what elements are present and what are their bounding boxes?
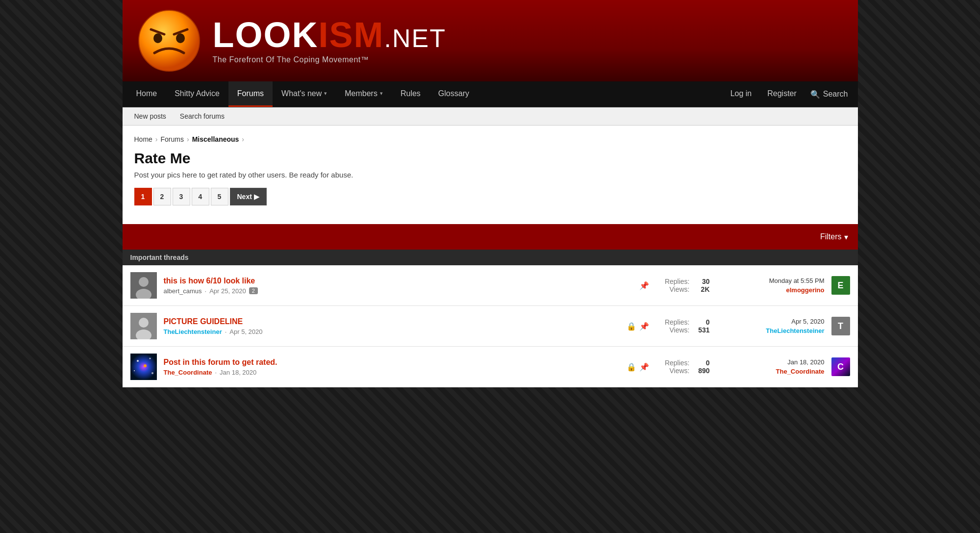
breadcrumb-current: Miscellaneous [192, 135, 239, 143]
main-navbar: Home Shitty Advice Forums What's new ▾ M… [123, 81, 858, 107]
site-title: LOOKISM.NET [213, 17, 446, 52]
thread-last-post: Apr 5, 2020 TheLiechtensteiner [717, 318, 825, 334]
forums-wrapper: Filters ▾ Important threads this is how … [123, 224, 858, 387]
last-poster-avatar: T [831, 317, 850, 335]
pin-icon: 📌 [639, 281, 649, 290]
next-arrow-icon: ▶ [254, 193, 259, 201]
replies-value: 0 [693, 359, 710, 367]
last-post-user[interactable]: The_Coordinate [776, 368, 825, 375]
navbar-right: Log in Register 🔍 Search [724, 81, 853, 107]
next-page-button[interactable]: Next ▶ [230, 188, 267, 205]
thread-author: albert_camus [164, 287, 202, 295]
thread-info: PICTURE GUIDELINE TheLiechtensteiner · A… [164, 317, 618, 335]
pagination: 1 2 3 4 5 Next ▶ [134, 188, 846, 205]
filters-button[interactable]: Filters ▾ [820, 232, 848, 242]
replies-label: Replies: [665, 359, 690, 367]
thread-meta: The_Coordinate · Jan 18, 2020 [164, 369, 618, 376]
svg-point-12 [137, 360, 139, 362]
last-post-date: Monday at 5:55 PM [769, 277, 825, 284]
search-forums-link[interactable]: Search forums [173, 107, 231, 125]
breadcrumb-forums[interactable]: Forums [161, 135, 184, 143]
thread-date: Apr 25, 2020 [209, 287, 246, 295]
last-post-user[interactable]: TheLiechtensteiner [766, 327, 824, 334]
page-1-button[interactable]: 1 [134, 188, 152, 205]
page-3-button[interactable]: 3 [173, 188, 190, 205]
thread-meta: albert_camus · Apr 25, 2020 2 [164, 287, 618, 295]
thread-icons: 🔒 📌 [625, 362, 649, 372]
page-5-button[interactable]: 5 [211, 188, 228, 205]
page-title: Rate Me [134, 150, 846, 167]
main-content: Home › Forums › Miscellaneous › Rate Me … [123, 126, 858, 224]
thread-stats: Replies: 0 Views: 531 [656, 318, 710, 334]
replies-value: 0 [693, 318, 710, 326]
thread-info: this is how 6/10 look like albert_camus … [164, 277, 618, 295]
login-button[interactable]: Log in [724, 81, 759, 107]
site-logo [137, 9, 201, 73]
last-poster-avatar: E [831, 276, 850, 295]
svg-point-4 [176, 33, 185, 43]
filters-chevron-icon: ▾ [844, 232, 848, 242]
thread-sep: · [225, 328, 227, 335]
thread-date: Jan 18, 2020 [220, 369, 256, 376]
last-poster-avatar: C [831, 357, 850, 376]
page-2-button[interactable]: 2 [153, 188, 171, 205]
replies-label: Replies: [665, 278, 690, 285]
new-posts-link[interactable]: New posts [127, 107, 173, 125]
register-button[interactable]: Register [760, 81, 804, 107]
svg-point-15 [151, 372, 153, 374]
thread-author: TheLiechtensteiner [164, 328, 222, 335]
thread-avatar [130, 354, 157, 380]
thread-last-post: Jan 18, 2020 The_Coordinate [717, 358, 825, 375]
nav-glossary[interactable]: Glossary [429, 81, 478, 107]
svg-point-0 [139, 10, 200, 71]
site-subtitle: The Forefront Of The Coping Movement™ [213, 55, 446, 64]
thread-icons: 🔒 📌 [625, 322, 649, 331]
views-label: Views: [670, 285, 690, 293]
nav-whats-new[interactable]: What's new ▾ [273, 81, 336, 107]
important-threads-header: Important threads [123, 250, 858, 265]
nav-forums[interactable]: Forums [228, 81, 273, 107]
breadcrumb: Home › Forums › Miscellaneous › [134, 135, 846, 143]
thread-badge: 2 [249, 287, 258, 294]
thread-stats: Replies: 30 Views: 2K [656, 278, 710, 293]
breadcrumb-sep-3: › [242, 135, 244, 143]
thread-title[interactable]: this is how 6/10 look like [164, 277, 618, 285]
thread-date: Apr 5, 2020 [229, 328, 262, 335]
page-4-button[interactable]: 4 [192, 188, 209, 205]
svg-point-3 [153, 33, 162, 43]
breadcrumb-sep-2: › [187, 135, 189, 143]
thread-icons: 📌 [625, 281, 649, 290]
svg-point-16 [144, 364, 147, 367]
sub-navbar: New posts Search forums [123, 107, 858, 126]
views-value: 2K [693, 285, 710, 293]
nav-members[interactable]: Members ▾ [336, 81, 392, 107]
thread-author: The_Coordinate [164, 369, 212, 376]
site-header: LOOKISM.NET The Forefront Of The Coping … [123, 0, 858, 81]
nav-home[interactable]: Home [127, 81, 166, 107]
whats-new-chevron-icon: ▾ [324, 90, 327, 97]
site-title-block: LOOKISM.NET The Forefront Of The Coping … [213, 17, 446, 64]
search-button[interactable]: 🔍 Search [805, 90, 853, 99]
navbar-left: Home Shitty Advice Forums What's new ▾ M… [127, 81, 724, 107]
thread-row: this is how 6/10 look like albert_camus … [123, 265, 858, 306]
svg-point-6 [139, 277, 149, 287]
nav-shitty-advice[interactable]: Shitty Advice [166, 81, 228, 107]
thread-title[interactable]: Post in this forum to get rated. [164, 358, 618, 367]
thread-row: PICTURE GUIDELINE TheLiechtensteiner · A… [123, 306, 858, 347]
breadcrumb-home[interactable]: Home [134, 135, 152, 143]
pin-icon: 📌 [639, 322, 649, 331]
replies-label: Replies: [665, 318, 690, 326]
page-description: Post your pics here to get rated by othe… [134, 171, 846, 179]
last-post-date: Apr 5, 2020 [791, 318, 824, 325]
thread-info: Post in this forum to get rated. The_Coo… [164, 358, 618, 376]
replies-value: 30 [693, 278, 710, 285]
svg-rect-11 [130, 354, 157, 380]
last-post-date: Jan 18, 2020 [787, 358, 824, 366]
lock-icon: 🔒 [627, 362, 636, 372]
last-post-user[interactable]: elmoggerino [786, 286, 824, 294]
thread-sep: · [205, 287, 207, 295]
thread-title[interactable]: PICTURE GUIDELINE [164, 317, 618, 326]
members-chevron-icon: ▾ [380, 90, 383, 97]
nav-rules[interactable]: Rules [392, 81, 429, 107]
views-value: 531 [693, 326, 710, 334]
